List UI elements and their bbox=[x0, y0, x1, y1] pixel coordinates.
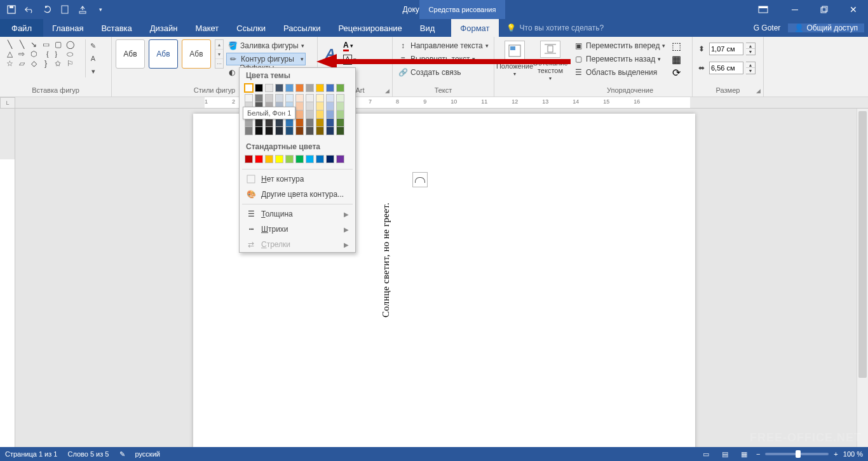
shape-fill-button[interactable]: 🪣Заливка фигуры▾ bbox=[226, 39, 306, 52]
theme-shade-swatch[interactable] bbox=[275, 119, 283, 127]
theme-shade-swatch[interactable] bbox=[316, 94, 324, 102]
document-area[interactable]: Солнце светит, но не греет. bbox=[15, 109, 857, 447]
new-doc-icon[interactable] bbox=[60, 4, 70, 15]
shape-lbrace-icon[interactable]: ｛ bbox=[41, 50, 50, 58]
theme-shade-swatch[interactable] bbox=[306, 94, 314, 102]
theme-color-swatch[interactable] bbox=[316, 84, 324, 92]
width-spinner[interactable]: ▲▼ bbox=[746, 62, 756, 74]
more-colors-item[interactable]: 🎨Другие цвета контура... bbox=[240, 187, 355, 202]
maximize-button[interactable] bbox=[810, 0, 839, 19]
height-input[interactable] bbox=[709, 43, 743, 55]
tab-insert[interactable]: Вставка bbox=[92, 19, 140, 37]
vertical-scrollbar[interactable] bbox=[857, 109, 868, 447]
width-input[interactable] bbox=[709, 62, 743, 74]
style-preset-3[interactable]: Абв bbox=[182, 39, 211, 69]
theme-shade-swatch[interactable] bbox=[306, 110, 314, 119]
layout-options-icon[interactable] bbox=[412, 172, 428, 187]
theme-shade-swatch[interactable] bbox=[295, 102, 304, 110]
shape-arrow-icon[interactable]: ⇨ bbox=[17, 50, 26, 58]
theme-shade-swatch[interactable] bbox=[295, 94, 304, 102]
print-layout-icon[interactable]: ▤ bbox=[718, 449, 732, 459]
theme-shade-swatch[interactable] bbox=[285, 119, 294, 127]
textbox-icon[interactable]: A bbox=[86, 52, 100, 65]
text-direction-button[interactable]: ↕Направление текста▾ bbox=[397, 39, 490, 52]
status-page[interactable]: Страница 1 из 1 bbox=[5, 450, 57, 458]
tab-format[interactable]: Формат bbox=[451, 19, 498, 37]
zoom-in-button[interactable]: + bbox=[834, 450, 837, 458]
group-button[interactable]: ▦ bbox=[669, 53, 683, 65]
text-fill-button[interactable]: A▾ bbox=[342, 39, 367, 52]
theme-shade-swatch[interactable] bbox=[295, 127, 304, 135]
save-icon[interactable] bbox=[6, 4, 17, 15]
theme-shade-swatch[interactable] bbox=[316, 127, 324, 135]
theme-shade-swatch[interactable] bbox=[265, 127, 273, 135]
shape-styles-gallery[interactable]: Абв Абв Абв ▴▾⋯ bbox=[116, 39, 224, 69]
theme-shade-swatch[interactable] bbox=[255, 127, 263, 135]
shape-rect-icon[interactable]: ▭ bbox=[41, 41, 50, 48]
style-preset-2[interactable]: Абв bbox=[149, 39, 178, 69]
theme-shade-swatch[interactable] bbox=[336, 102, 344, 110]
standard-color-swatch[interactable] bbox=[245, 155, 253, 163]
rotate-button[interactable]: ⟳ bbox=[669, 66, 683, 79]
theme-shade-swatch[interactable] bbox=[306, 119, 314, 127]
theme-shade-swatch[interactable] bbox=[336, 127, 344, 135]
standard-color-swatch[interactable] bbox=[255, 155, 263, 163]
theme-shade-swatch[interactable] bbox=[275, 127, 283, 135]
tab-layout[interactable]: Макет bbox=[186, 19, 227, 37]
theme-shade-swatch[interactable] bbox=[265, 119, 273, 127]
status-language[interactable]: русский bbox=[135, 450, 160, 458]
file-tab[interactable]: Файл bbox=[0, 19, 43, 37]
theme-shade-swatch[interactable] bbox=[285, 94, 294, 102]
touch-mode-icon[interactable] bbox=[78, 4, 88, 15]
shape-banner-icon[interactable]: ⚐ bbox=[65, 60, 74, 67]
undo-icon[interactable] bbox=[24, 4, 34, 15]
theme-color-swatch[interactable] bbox=[306, 84, 314, 92]
shape-line-icon[interactable]: ╲ bbox=[5, 41, 14, 48]
text-outline-button[interactable]: A▾ bbox=[342, 53, 367, 66]
shape-connector-icon[interactable]: ↘ bbox=[29, 41, 38, 48]
standard-color-swatch[interactable] bbox=[336, 155, 344, 163]
zoom-slider[interactable] bbox=[765, 453, 829, 455]
theme-shade-swatch[interactable] bbox=[306, 127, 314, 135]
standard-color-swatch[interactable] bbox=[326, 155, 334, 163]
standard-color-swatch[interactable] bbox=[306, 155, 314, 163]
user-name[interactable]: G Goter bbox=[749, 23, 786, 32]
shapes-more-icon[interactable]: ▾ bbox=[86, 65, 100, 77]
zoom-level[interactable]: 100 % bbox=[843, 450, 863, 458]
theme-shade-swatch[interactable] bbox=[326, 102, 334, 110]
shape-rbrace-icon[interactable]: ｝ bbox=[53, 50, 62, 58]
standard-color-swatch[interactable] bbox=[275, 155, 283, 163]
ruler-corner[interactable]: L bbox=[0, 97, 15, 109]
standard-color-swatch[interactable] bbox=[316, 155, 324, 163]
align-text-button[interactable]: ≡Выровнять текст▾ bbox=[397, 53, 490, 65]
share-button[interactable]: 👤 Общий доступ bbox=[788, 23, 864, 32]
bring-forward-button[interactable]: ▣Переместить вперед▾ bbox=[572, 39, 667, 52]
close-button[interactable]: ✕ bbox=[839, 0, 868, 19]
tab-references[interactable]: Ссылки bbox=[227, 19, 275, 37]
theme-color-swatch[interactable] bbox=[245, 84, 253, 92]
theme-shade-swatch[interactable] bbox=[245, 119, 253, 127]
shape-flowdiamond-icon[interactable]: ◇ bbox=[29, 60, 38, 67]
vertical-ruler[interactable] bbox=[0, 109, 15, 447]
shape-hex-icon[interactable]: ⬡ bbox=[29, 50, 38, 58]
theme-shade-swatch[interactable] bbox=[316, 102, 324, 110]
web-layout-icon[interactable]: ▦ bbox=[737, 449, 751, 459]
shape-oval-icon[interactable]: ◯ bbox=[65, 41, 74, 48]
shape-rrect-icon[interactable]: ▢ bbox=[53, 41, 62, 48]
theme-color-swatch[interactable] bbox=[275, 84, 283, 92]
dashes-item[interactable]: ┅Штрихи▶ bbox=[240, 222, 355, 237]
position-button[interactable]: Положение ▾ bbox=[498, 39, 531, 81]
size-launcher-icon[interactable]: ◢ bbox=[756, 88, 761, 94]
status-words[interactable]: Слово 5 из 5 bbox=[67, 450, 109, 458]
standard-color-swatch[interactable] bbox=[295, 155, 304, 163]
standard-color-swatch[interactable] bbox=[285, 155, 294, 163]
theme-shade-swatch[interactable] bbox=[295, 110, 304, 119]
tab-review[interactable]: Рецензирование bbox=[329, 19, 410, 37]
shape-brace2-icon[interactable]: } bbox=[41, 60, 50, 67]
scrollbar-thumb[interactable] bbox=[858, 111, 867, 378]
theme-shade-swatch[interactable] bbox=[275, 94, 283, 102]
theme-shade-swatch[interactable] bbox=[336, 110, 344, 119]
style-preset-1[interactable]: Абв bbox=[116, 39, 145, 69]
theme-color-swatch[interactable] bbox=[255, 84, 263, 92]
create-link-button[interactable]: 🔗Создать связь bbox=[397, 66, 490, 79]
